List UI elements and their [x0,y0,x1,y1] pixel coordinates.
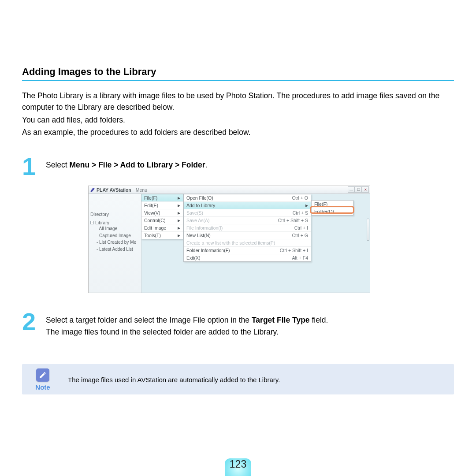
menu-item-new-list[interactable]: New List(N)Ctrl + G [184,231,311,239]
page-number: 123 [225,458,251,470]
menu-item-add-to-library[interactable]: Add to Library▶ [184,201,311,209]
menu-level-3: File(F) Folder(O) [311,200,353,216]
chevron-right-icon: ▶ [178,234,180,238]
intro-line-1: The Photo Library is a library with imag… [22,90,454,113]
step-1-number: 1 [22,156,40,178]
app-title: PLAY AVStation [97,187,131,193]
chevron-right-icon: ▶ [178,196,180,200]
tree-root-library[interactable]: - Library [90,220,139,225]
tree-item[interactable]: - Captured Image [97,232,139,239]
maximize-button[interactable]: ☐ [355,186,362,193]
menu-item-save: Save(S)Ctrl + S [184,209,311,216]
menu-item-file[interactable]: File(F)▶ [141,194,183,201]
embedded-screenshot: PLAY AVStation Menu — ☐ ✕ Directory - Li… [88,186,370,293]
directory-label: Directory [90,212,139,218]
menu-item-tools[interactable]: Tools(T)▶ [141,231,183,239]
heading-underline [22,80,454,81]
menu-bar-label[interactable]: Menu [136,187,147,193]
minimize-button[interactable]: — [348,186,355,193]
menu-item-open-file[interactable]: Open File(O)Ctrl + O [184,194,311,201]
close-button[interactable]: ✕ [362,186,369,193]
section-heading: Adding Images to the Library [22,66,454,78]
page-number-badge: 123 [225,454,251,476]
step-2-number: 2 [22,311,40,333]
note-text: The image files used in AVStation are au… [68,376,280,383]
menu-item-create-list-selected: Create a new list with the selected item… [184,239,311,246]
chevron-right-icon: ▶ [178,219,180,223]
step-2: 2 Select a target folder and select the … [22,311,454,338]
intro-paragraph: The Photo Library is a library with imag… [22,90,454,138]
pencil-note-icon [36,368,49,382]
menu-item-folder-info[interactable]: Folder Information(F)Ctrl + Shift + I [184,246,311,254]
menu-item-add-file[interactable]: File(F) [312,201,353,208]
menu-item-edit[interactable]: Edit(E)▶ [141,201,183,209]
tree-item[interactable]: - List Created by Me [97,239,139,246]
tree-item[interactable]: - Latest Added List [97,246,139,253]
chevron-right-icon: ▶ [178,211,180,215]
intro-line-3: As an example, the procedures to add fol… [22,126,454,138]
window-titlebar: PLAY AVStation Menu — ☐ ✕ [89,186,370,194]
menu-level-2: Open File(O)Ctrl + O Add to Library▶ Sav… [183,194,311,262]
content-area: File(F)▶ Edit(E)▶ View(V)▶ Control(C)▶ E… [141,194,370,293]
step-1: 1 Select Menu > File > Add to Library > … [22,156,454,178]
menu-item-editimage[interactable]: Edit Image▶ [141,224,183,231]
intro-line-2: You can add files, add folders. [22,114,454,126]
scrollbar-thumb[interactable] [367,219,369,241]
menu-item-exit[interactable]: Exit(X)Alt + F4 [184,254,311,261]
step-1-text: Select Menu > File > Add to Library > Fo… [46,156,207,171]
note-label: Note [35,383,50,391]
note-box: Note The image files used in AVStation a… [22,364,454,394]
menu-item-add-folder[interactable]: Folder(O) [312,208,353,215]
step-2-text: Select a target folder and select the Im… [46,311,328,338]
window-controls: — ☐ ✕ [348,186,369,193]
sidebar-panel: Directory - Library - All Image - Captur… [89,194,141,293]
menu-item-control[interactable]: Control(C)▶ [141,216,183,224]
menu-item-view[interactable]: View(V)▶ [141,209,183,216]
chevron-right-icon: ▶ [178,226,180,230]
menu-item-save-as: Save As(A)Ctrl + Shift + S [184,216,311,224]
menu-item-file-info: File Information(I)Ctrl + I [184,224,311,231]
menu-level-1: File(F)▶ Edit(E)▶ View(V)▶ Control(C)▶ E… [141,194,183,239]
app-logo-icon [90,188,95,192]
chevron-right-icon: ▶ [305,204,308,208]
chevron-right-icon: ▶ [178,204,180,208]
tree-item[interactable]: - All Image [97,225,139,232]
